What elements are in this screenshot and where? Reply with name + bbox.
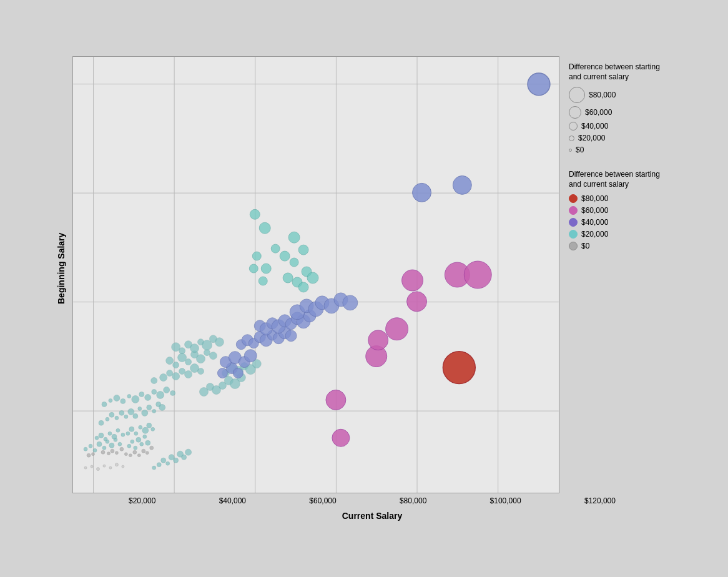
svg-point-41	[136, 437, 141, 442]
legend-color-0k: $0	[569, 242, 662, 250]
svg-point-101	[179, 348, 185, 354]
svg-point-91	[198, 368, 204, 375]
svg-point-196	[115, 463, 118, 466]
svg-point-24	[99, 433, 104, 438]
svg-point-116	[185, 449, 192, 455]
legend-color-40k: $40,000	[569, 218, 662, 227]
svg-point-68	[147, 405, 152, 410]
svg-point-161	[290, 258, 298, 267]
svg-point-27	[112, 434, 117, 439]
svg-point-82	[164, 387, 170, 393]
legend-color-20k: $20,000	[569, 230, 662, 239]
svg-point-159	[271, 244, 280, 253]
svg-point-78	[139, 392, 144, 397]
svg-point-73	[109, 398, 112, 402]
svg-point-162	[283, 273, 293, 283]
svg-point-86	[167, 370, 173, 377]
svg-point-39	[130, 440, 134, 443]
svg-point-183	[298, 245, 308, 255]
svg-point-155	[249, 264, 258, 273]
svg-point-45	[126, 432, 130, 435]
svg-point-71	[159, 404, 165, 410]
svg-point-58	[99, 420, 104, 425]
svg-point-178	[464, 261, 491, 288]
svg-point-108	[152, 466, 156, 470]
chart-container: Beginning Salary	[0, 0, 728, 577]
x-tick-80k: $80,000	[400, 496, 426, 505]
legend-size-label-80k: $80,000	[589, 91, 616, 99]
svg-point-50	[147, 423, 152, 428]
svg-point-47	[134, 432, 138, 435]
svg-point-56	[145, 451, 149, 455]
svg-point-197	[122, 465, 124, 468]
svg-point-85	[160, 374, 167, 382]
svg-point-81	[157, 391, 164, 398]
legend-color-60k: $60,000	[569, 206, 662, 215]
legend-size-label-0k: $0	[576, 145, 584, 154]
svg-point-23	[95, 436, 99, 440]
svg-point-172	[407, 292, 427, 312]
scatter-plot-svg: $20,000 $40,000 $60,000 $80,000	[73, 57, 559, 493]
svg-point-93	[173, 362, 179, 368]
svg-point-31	[92, 453, 95, 456]
svg-point-192	[91, 465, 93, 468]
legend-circle-20k	[569, 136, 574, 141]
legend-color-label-0k: $0	[581, 242, 589, 250]
svg-point-179	[528, 73, 550, 96]
svg-point-167	[326, 390, 346, 410]
chart-wrapper: Beginning Salary	[56, 56, 672, 521]
svg-point-95	[185, 359, 192, 365]
svg-point-186	[233, 368, 243, 378]
legend-circle-80k	[569, 87, 585, 103]
legend-color-circle-40k	[569, 218, 578, 227]
svg-point-111	[166, 461, 170, 465]
svg-point-54	[137, 454, 140, 457]
svg-point-67	[142, 410, 148, 416]
svg-point-15	[89, 444, 92, 448]
plot-box: $20,000 $40,000 $60,000 $80,000	[72, 56, 559, 493]
svg-point-72	[102, 402, 107, 407]
svg-point-53	[133, 450, 137, 454]
svg-point-177	[443, 352, 475, 384]
x-axis-title: Current Salary	[342, 511, 402, 521]
legend-circle-60k	[569, 106, 581, 119]
svg-point-51	[151, 427, 155, 431]
svg-point-193	[97, 468, 100, 471]
svg-point-165	[298, 282, 308, 292]
svg-point-157	[252, 252, 261, 260]
svg-point-20	[109, 443, 114, 448]
svg-point-194	[103, 465, 106, 467]
legend-size-title: Difference between starting and current …	[569, 62, 662, 82]
svg-point-171	[386, 318, 408, 340]
svg-point-35	[115, 451, 118, 455]
svg-point-181	[259, 222, 270, 234]
svg-point-74	[114, 395, 120, 401]
svg-point-103	[190, 344, 199, 353]
svg-point-16	[93, 448, 97, 452]
svg-point-88	[179, 368, 185, 375]
svg-point-173	[413, 183, 431, 202]
x-tick-20k: $20,000	[129, 496, 155, 505]
svg-point-174	[402, 270, 423, 291]
svg-point-61	[115, 416, 119, 420]
svg-point-191	[84, 466, 87, 469]
svg-point-55	[142, 449, 145, 453]
svg-point-109	[157, 463, 161, 467]
svg-point-76	[127, 394, 131, 398]
svg-point-28	[116, 428, 120, 432]
x-tick-120k: $120,000	[584, 496, 616, 505]
svg-point-48	[139, 425, 142, 429]
x-tick-40k: $40,000	[219, 496, 246, 505]
svg-point-176	[453, 175, 471, 194]
svg-point-44	[145, 440, 150, 445]
x-tick-60k: $60,000	[309, 496, 336, 505]
plot-and-legend: $20,000 $40,000 $60,000 $80,000	[72, 56, 672, 493]
legend-color-circle-20k	[569, 230, 578, 239]
chart-area: $20,000 $40,000 $60,000 $80,000	[72, 56, 672, 521]
svg-point-64	[128, 408, 134, 415]
svg-point-22	[118, 442, 122, 446]
svg-point-156	[258, 277, 267, 285]
svg-point-92	[166, 357, 174, 365]
legend-color-80k: $80,000	[569, 194, 662, 203]
svg-point-170	[368, 330, 388, 350]
